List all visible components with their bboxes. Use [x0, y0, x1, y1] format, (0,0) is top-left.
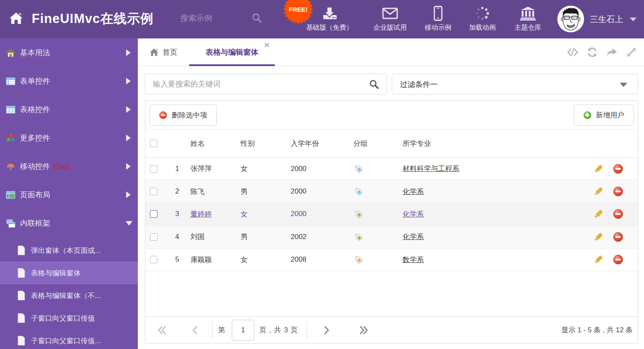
header-search-icon[interactable]	[251, 13, 262, 23]
sidebar-item-wireless[interactable]: 移动控件Corp.	[0, 152, 138, 181]
filter-dropdown[interactable]: 过滤条件一	[392, 74, 638, 94]
header-nav-spinner[interactable]: 加载动画	[469, 5, 496, 34]
delete-row-icon[interactable]	[613, 186, 623, 196]
sidebar-item-cubes[interactable]: 更多控件	[0, 124, 138, 152]
row-checkbox[interactable]	[150, 165, 157, 173]
delete-selected-button[interactable]: 删除选中项	[150, 104, 217, 126]
cell-year: 2002	[291, 233, 353, 241]
next-page-button[interactable]	[324, 326, 330, 334]
cell-name: 康颖颖	[179, 255, 241, 265]
delete-row-icon[interactable]	[613, 164, 623, 174]
edit-pencil-icon[interactable]	[593, 209, 603, 219]
first-page-button[interactable]	[157, 326, 167, 334]
sidebar-item-form[interactable]: 表单控件	[0, 67, 138, 95]
edit-pencil-icon[interactable]	[593, 186, 603, 196]
row-checkbox[interactable]	[150, 256, 157, 263]
tag-icon	[353, 232, 363, 242]
sidebar-item-layout[interactable]: 页面布局	[0, 181, 138, 209]
column-header-major[interactable]: 所学专业	[403, 139, 562, 148]
prev-page-button[interactable]	[192, 326, 198, 334]
user-name[interactable]: 三生石上	[590, 14, 623, 25]
sidebar-item-table[interactable]: 表格控件	[0, 95, 138, 124]
cubes-icon	[6, 133, 15, 143]
add-user-button[interactable]: 新增用户	[574, 104, 634, 126]
column-header-name[interactable]: 姓名	[179, 139, 241, 148]
cell-name: 刘国	[179, 232, 241, 242]
grid-panel: 删除选中项 新增用户 姓名 性别 入学年份 分组 所学专业 1张萍萍女2000材…	[145, 100, 638, 344]
edit-pencil-icon[interactable]	[593, 232, 603, 242]
delete-row-icon[interactable]	[613, 209, 623, 219]
tab-close-icon[interactable]: ✕	[264, 42, 270, 49]
sidebar: 基本用法表单控件表格控件更多控件移动控件Corp.页面布局内联框架弹出窗体（本页…	[0, 38, 138, 349]
header-nav-label: 加载动画	[469, 23, 496, 32]
expand-icon[interactable]	[626, 47, 637, 57]
home-tab-icon	[150, 48, 159, 56]
column-header-group[interactable]: 分组	[353, 139, 403, 148]
sidebar-subitem[interactable]: 表格与编辑窗体（不...	[0, 284, 138, 307]
chevron-right-icon	[126, 106, 131, 113]
table-icon	[6, 105, 15, 115]
user-menu-caret-icon[interactable]	[630, 18, 636, 21]
page-number-input[interactable]	[232, 320, 254, 341]
sidebar-subitem[interactable]: 弹出窗体（本页面或...	[0, 239, 138, 262]
table-row[interactable]: 2陈飞男2000化学系	[145, 180, 638, 203]
file-icon	[17, 313, 25, 323]
form-icon	[6, 76, 15, 86]
column-header-gender[interactable]: 性别	[241, 139, 291, 148]
layout-icon	[6, 190, 15, 200]
sidebar-subitem[interactable]: 子窗口向父窗口传值	[0, 307, 138, 329]
last-page-button[interactable]	[359, 326, 368, 334]
table-row[interactable]: 1张萍萍女2000材料科学与工程系	[145, 158, 638, 180]
header-nav-label: 移动示例	[425, 23, 451, 32]
major-link[interactable]: 材料科学与工程系	[403, 165, 459, 173]
sidebar-item-label: 内联框架	[20, 218, 50, 228]
sidebar-item-home[interactable]: 基本用法	[0, 38, 138, 67]
major-link[interactable]: 化学系	[403, 233, 424, 241]
row-checkbox[interactable]	[150, 210, 157, 218]
cell-group	[353, 209, 403, 219]
cell-year: 2000	[291, 210, 353, 218]
plus-circle-icon	[583, 111, 591, 119]
tab-active[interactable]: 表格与编辑窗体 ✕	[189, 38, 275, 66]
file-icon	[17, 290, 25, 301]
header-search-input[interactable]	[180, 10, 247, 27]
sidebar-subitem-selected[interactable]: 表格与编辑窗体	[0, 262, 138, 284]
sidebar-subitem[interactable]: 子窗口向父窗口传值...	[0, 329, 138, 349]
cell-actions	[562, 164, 638, 174]
row-checkbox[interactable]	[150, 233, 157, 241]
header-nav-envelope[interactable]: 企业版试用	[373, 5, 407, 34]
major-link[interactable]: 化学系	[403, 188, 424, 196]
header-nav-download[interactable]: 基础版（免费）	[306, 5, 353, 34]
header-nav-mobile[interactable]: 移动示例	[425, 5, 451, 34]
search-icon[interactable]	[369, 79, 379, 89]
delete-row-icon[interactable]	[613, 232, 623, 242]
major-link[interactable]: 化学系	[403, 210, 424, 218]
major-link[interactable]: 数学系	[403, 256, 424, 264]
cell-major: 材料科学与工程系	[403, 164, 562, 173]
row-number: 5	[165, 255, 179, 264]
cell-group	[353, 232, 403, 242]
sidebar-item-frames[interactable]: 内联框架	[0, 209, 138, 237]
cell-gender: 女	[241, 209, 291, 219]
refresh-icon[interactable]	[587, 47, 598, 57]
add-user-label: 新增用户	[596, 110, 624, 120]
delete-row-icon[interactable]	[613, 255, 623, 265]
select-all-checkbox[interactable]	[150, 140, 157, 147]
row-checkbox[interactable]	[150, 188, 157, 195]
share-icon[interactable]	[606, 47, 617, 57]
logo-home-icon[interactable]	[9, 11, 23, 25]
edit-pencil-icon[interactable]	[593, 164, 603, 174]
column-header-year[interactable]: 入学年份	[291, 139, 353, 148]
cell-name: 董婷婷	[179, 209, 241, 219]
view-source-icon[interactable]	[567, 47, 578, 57]
keyword-search-input[interactable]	[153, 74, 362, 94]
table-header-row: 姓名 性别 入学年份 分组 所学专业	[145, 130, 638, 158]
table-row[interactable]: 4刘国男2002化学系	[145, 226, 638, 248]
header-nav-bank[interactable]: 主题仓库	[515, 5, 541, 34]
edit-pencil-icon[interactable]	[593, 255, 603, 265]
table-row[interactable]: 3董婷婷女2000化学系	[145, 203, 638, 226]
tab-home[interactable]: 首页	[150, 38, 177, 66]
cell-year: 2000	[291, 187, 353, 196]
avatar[interactable]	[557, 5, 584, 33]
table-row[interactable]: 5康颖颖女2008数学系	[145, 249, 638, 271]
